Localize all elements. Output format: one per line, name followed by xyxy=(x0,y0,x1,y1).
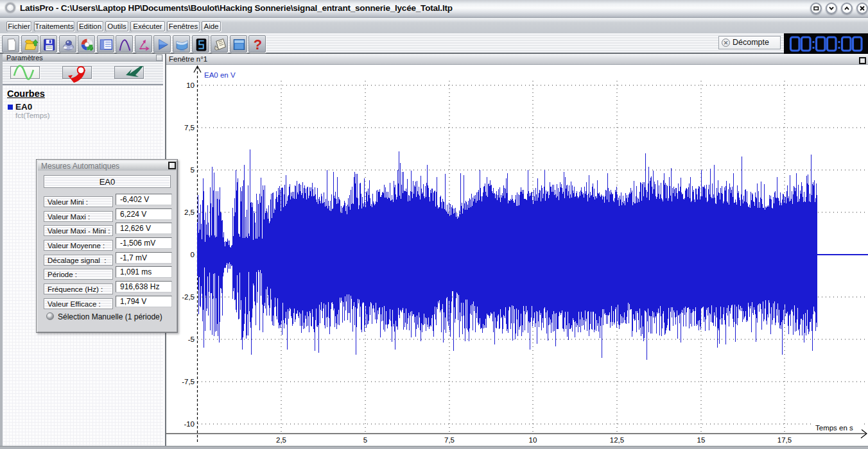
svg-text:5: 5 xyxy=(191,166,195,174)
svg-text:EA0 en V: EA0 en V xyxy=(204,71,236,79)
svg-text:5: 5 xyxy=(363,436,367,444)
svg-text:0: 0 xyxy=(191,251,195,258)
svg-text:-5: -5 xyxy=(188,335,195,343)
svg-text:-7,5: -7,5 xyxy=(182,378,195,385)
svg-text:17,5: 17,5 xyxy=(777,436,792,444)
svg-text:10: 10 xyxy=(186,81,195,89)
svg-text:15: 15 xyxy=(697,436,706,444)
svg-text:?: ? xyxy=(254,37,262,53)
svg-text:10: 10 xyxy=(529,436,537,444)
svg-text:2,5: 2,5 xyxy=(276,436,286,444)
svg-text:-10: -10 xyxy=(184,420,195,428)
svg-text:-2,5: -2,5 xyxy=(182,293,195,301)
svg-text:7,5: 7,5 xyxy=(444,436,455,444)
svg-text:7,5: 7,5 xyxy=(184,124,195,131)
svg-text:2,5: 2,5 xyxy=(184,208,195,216)
svg-text:Temps en s: Temps en s xyxy=(815,424,853,432)
svg-text:12,5: 12,5 xyxy=(610,436,624,444)
